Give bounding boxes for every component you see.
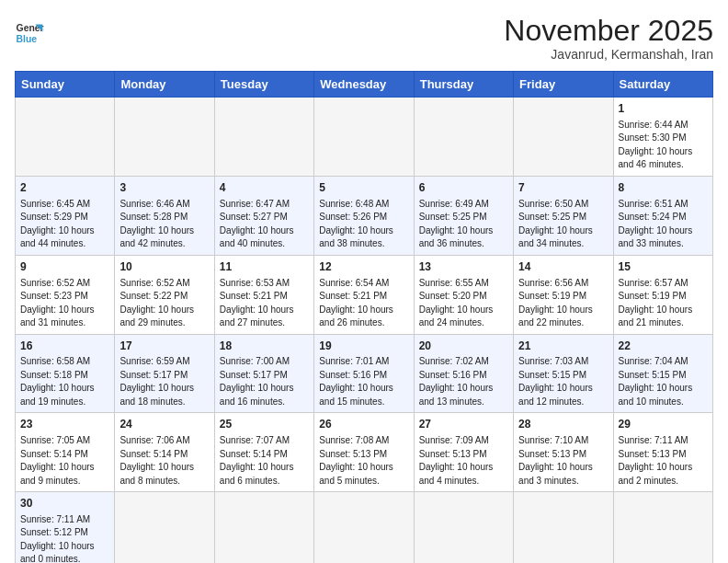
- calendar-cell: [514, 98, 613, 177]
- calendar-cell: [16, 98, 115, 177]
- logo-icon: General Blue: [15, 18, 44, 48]
- day-info: Sunrise: 7:00 AM Sunset: 5:17 PM Dayligh…: [220, 355, 309, 408]
- day-info: Sunrise: 7:09 AM Sunset: 5:13 PM Dayligh…: [419, 434, 508, 488]
- calendar-cell: 1Sunrise: 6:44 AM Sunset: 5:30 PM Daylig…: [613, 98, 712, 177]
- weekday-header-friday: Friday: [514, 72, 613, 98]
- calendar-cell: 24Sunrise: 7:06 AM Sunset: 5:14 PM Dayli…: [115, 413, 214, 492]
- day-info: Sunrise: 6:51 AM Sunset: 5:24 PM Dayligh…: [619, 198, 708, 251]
- day-number: 5: [319, 180, 408, 196]
- calendar-cell: [414, 98, 513, 177]
- weekday-header-thursday: Thursday: [414, 72, 513, 98]
- day-info: Sunrise: 6:55 AM Sunset: 5:20 PM Dayligh…: [419, 277, 508, 330]
- weekday-header-monday: Monday: [115, 72, 214, 98]
- day-info: Sunrise: 6:44 AM Sunset: 5:30 PM Dayligh…: [619, 119, 708, 172]
- calendar-week-row: 23Sunrise: 7:05 AM Sunset: 5:14 PM Dayli…: [16, 413, 713, 492]
- header: General Blue November 2025 Javanrud, Ker…: [15, 15, 713, 62]
- day-number: 21: [518, 339, 608, 354]
- calendar-cell: 20Sunrise: 7:02 AM Sunset: 5:16 PM Dayli…: [414, 334, 513, 413]
- day-info: Sunrise: 6:48 AM Sunset: 5:26 PM Dayligh…: [319, 198, 408, 251]
- day-number: 28: [518, 417, 608, 432]
- calendar-cell: 8Sunrise: 6:51 AM Sunset: 5:24 PM Daylig…: [613, 176, 712, 255]
- day-info: Sunrise: 6:59 AM Sunset: 5:17 PM Dayligh…: [119, 355, 209, 408]
- calendar-cell: [115, 492, 214, 563]
- calendar-week-row: 30Sunrise: 7:11 AM Sunset: 5:12 PM Dayli…: [16, 492, 713, 563]
- logo: General Blue: [15, 18, 44, 48]
- day-number: 23: [20, 417, 109, 432]
- calendar-cell: 27Sunrise: 7:09 AM Sunset: 5:13 PM Dayli…: [414, 413, 513, 492]
- calendar-cell: 7Sunrise: 6:50 AM Sunset: 5:25 PM Daylig…: [514, 176, 613, 255]
- day-info: Sunrise: 6:58 AM Sunset: 5:18 PM Dayligh…: [20, 355, 109, 408]
- calendar-cell: 23Sunrise: 7:05 AM Sunset: 5:14 PM Dayli…: [16, 413, 115, 492]
- day-info: Sunrise: 7:10 AM Sunset: 5:13 PM Dayligh…: [518, 434, 608, 488]
- calendar-cell: [214, 98, 313, 177]
- calendar-cell: [115, 98, 214, 177]
- day-number: 12: [319, 259, 408, 275]
- day-info: Sunrise: 6:50 AM Sunset: 5:25 PM Dayligh…: [518, 198, 608, 251]
- day-info: Sunrise: 7:03 AM Sunset: 5:15 PM Dayligh…: [518, 355, 608, 408]
- calendar-cell: [613, 492, 712, 563]
- calendar-cell: 12Sunrise: 6:54 AM Sunset: 5:21 PM Dayli…: [314, 255, 414, 334]
- day-number: 8: [619, 180, 708, 196]
- location: Javanrud, Kermanshah, Iran: [504, 47, 713, 62]
- title-block: November 2025 Javanrud, Kermanshah, Iran: [504, 15, 713, 62]
- day-number: 10: [119, 259, 209, 275]
- month-year: November 2025: [504, 15, 713, 47]
- day-number: 22: [619, 339, 708, 354]
- weekday-header-row: SundayMondayTuesdayWednesdayThursdayFrid…: [16, 72, 713, 98]
- calendar-cell: 30Sunrise: 7:11 AM Sunset: 5:12 PM Dayli…: [16, 492, 115, 563]
- day-number: 18: [220, 339, 309, 354]
- day-info: Sunrise: 7:07 AM Sunset: 5:14 PM Dayligh…: [220, 434, 309, 488]
- calendar-week-row: 9Sunrise: 6:52 AM Sunset: 5:23 PM Daylig…: [16, 255, 713, 334]
- day-info: Sunrise: 7:11 AM Sunset: 5:12 PM Dayligh…: [20, 513, 109, 563]
- day-info: Sunrise: 6:49 AM Sunset: 5:25 PM Dayligh…: [419, 198, 508, 251]
- calendar-cell: 15Sunrise: 6:57 AM Sunset: 5:19 PM Dayli…: [613, 255, 712, 334]
- calendar-cell: 2Sunrise: 6:45 AM Sunset: 5:29 PM Daylig…: [16, 176, 115, 255]
- day-info: Sunrise: 7:02 AM Sunset: 5:16 PM Dayligh…: [419, 355, 508, 408]
- day-number: 29: [619, 417, 708, 432]
- day-number: 11: [220, 259, 309, 275]
- day-number: 26: [319, 417, 408, 432]
- calendar-cell: 13Sunrise: 6:55 AM Sunset: 5:20 PM Dayli…: [414, 255, 513, 334]
- day-number: 7: [518, 180, 608, 196]
- day-info: Sunrise: 7:11 AM Sunset: 5:13 PM Dayligh…: [619, 434, 708, 488]
- day-info: Sunrise: 6:52 AM Sunset: 5:23 PM Dayligh…: [20, 277, 109, 330]
- day-info: Sunrise: 6:45 AM Sunset: 5:29 PM Dayligh…: [20, 198, 109, 251]
- day-number: 19: [319, 339, 408, 354]
- calendar-cell: 10Sunrise: 6:52 AM Sunset: 5:22 PM Dayli…: [115, 255, 214, 334]
- calendar-week-row: 16Sunrise: 6:58 AM Sunset: 5:18 PM Dayli…: [16, 334, 713, 413]
- calendar-cell: [514, 492, 613, 563]
- day-number: 20: [419, 339, 508, 354]
- svg-text:Blue: Blue: [17, 34, 38, 44]
- day-number: 27: [419, 417, 508, 432]
- day-number: 2: [20, 180, 109, 196]
- day-number: 17: [119, 339, 209, 354]
- day-info: Sunrise: 6:56 AM Sunset: 5:19 PM Dayligh…: [518, 277, 608, 330]
- day-info: Sunrise: 7:06 AM Sunset: 5:14 PM Dayligh…: [119, 434, 209, 488]
- day-info: Sunrise: 7:08 AM Sunset: 5:13 PM Dayligh…: [319, 434, 408, 488]
- day-number: 30: [20, 496, 109, 511]
- day-info: Sunrise: 7:01 AM Sunset: 5:16 PM Dayligh…: [319, 355, 408, 408]
- weekday-header-tuesday: Tuesday: [214, 72, 313, 98]
- calendar-cell: 3Sunrise: 6:46 AM Sunset: 5:28 PM Daylig…: [115, 176, 214, 255]
- day-info: Sunrise: 7:05 AM Sunset: 5:14 PM Dayligh…: [20, 434, 109, 488]
- day-number: 16: [20, 339, 109, 354]
- day-info: Sunrise: 7:04 AM Sunset: 5:15 PM Dayligh…: [619, 355, 708, 408]
- calendar: SundayMondayTuesdayWednesdayThursdayFrid…: [15, 71, 713, 563]
- calendar-cell: 5Sunrise: 6:48 AM Sunset: 5:26 PM Daylig…: [314, 176, 414, 255]
- calendar-cell: 29Sunrise: 7:11 AM Sunset: 5:13 PM Dayli…: [613, 413, 712, 492]
- calendar-cell: [314, 98, 414, 177]
- calendar-cell: 26Sunrise: 7:08 AM Sunset: 5:13 PM Dayli…: [314, 413, 414, 492]
- calendar-cell: 28Sunrise: 7:10 AM Sunset: 5:13 PM Dayli…: [514, 413, 613, 492]
- calendar-cell: 22Sunrise: 7:04 AM Sunset: 5:15 PM Dayli…: [613, 334, 712, 413]
- calendar-cell: [414, 492, 513, 563]
- day-number: 25: [220, 417, 309, 432]
- calendar-cell: 25Sunrise: 7:07 AM Sunset: 5:14 PM Dayli…: [214, 413, 313, 492]
- day-info: Sunrise: 6:46 AM Sunset: 5:28 PM Dayligh…: [119, 198, 209, 251]
- day-info: Sunrise: 6:54 AM Sunset: 5:21 PM Dayligh…: [319, 277, 408, 330]
- day-number: 24: [119, 417, 209, 432]
- calendar-cell: 9Sunrise: 6:52 AM Sunset: 5:23 PM Daylig…: [16, 255, 115, 334]
- day-info: Sunrise: 6:52 AM Sunset: 5:22 PM Dayligh…: [119, 277, 209, 330]
- day-number: 15: [619, 259, 708, 275]
- calendar-cell: 6Sunrise: 6:49 AM Sunset: 5:25 PM Daylig…: [414, 176, 513, 255]
- calendar-cell: 11Sunrise: 6:53 AM Sunset: 5:21 PM Dayli…: [214, 255, 313, 334]
